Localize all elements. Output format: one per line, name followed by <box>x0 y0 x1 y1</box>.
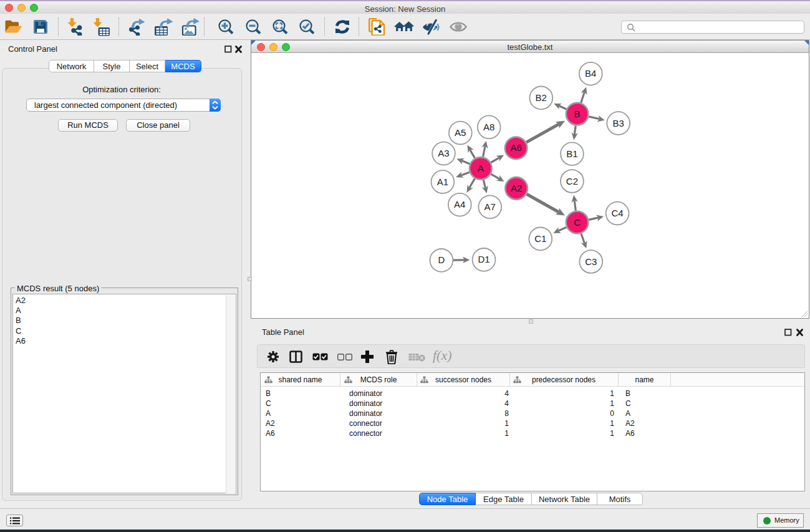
svg-text:A: A <box>478 163 484 173</box>
svg-text:A2: A2 <box>511 183 522 193</box>
svg-text:A8: A8 <box>483 122 494 132</box>
svg-text:D: D <box>438 254 445 265</box>
svg-text:A1: A1 <box>437 177 448 187</box>
svg-text:C3: C3 <box>585 256 597 267</box>
svg-text:A7: A7 <box>485 201 496 212</box>
svg-text:A3: A3 <box>438 148 449 158</box>
svg-text:B1: B1 <box>566 148 577 159</box>
svg-text:B2: B2 <box>536 92 547 103</box>
svg-text:C: C <box>574 217 581 228</box>
svg-text:B3: B3 <box>613 118 624 128</box>
svg-text:A6: A6 <box>510 142 521 153</box>
svg-text:A4: A4 <box>454 199 465 210</box>
svg-text:C4: C4 <box>612 208 624 218</box>
svg-text:B4: B4 <box>585 68 596 79</box>
svg-text:C2: C2 <box>566 176 578 186</box>
svg-text:C1: C1 <box>534 233 546 244</box>
svg-text:D1: D1 <box>478 254 489 264</box>
svg-text:A5: A5 <box>455 127 466 138</box>
svg-text:B: B <box>574 109 581 119</box>
